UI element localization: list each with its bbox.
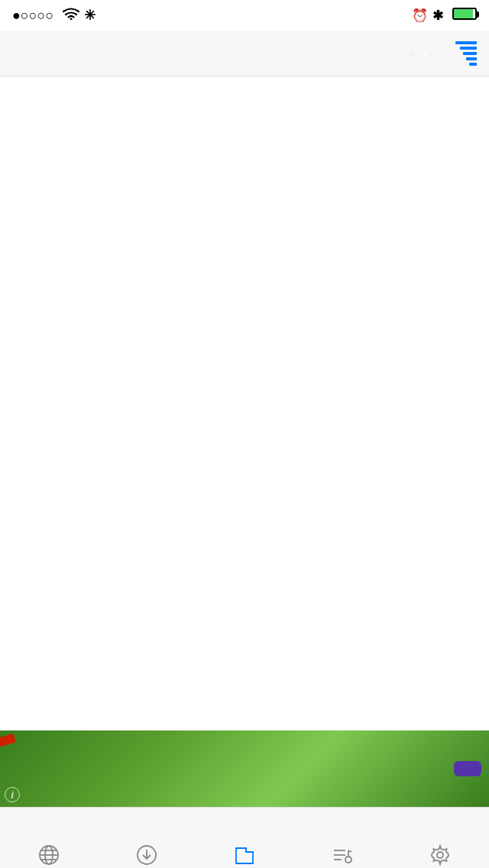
tab-browser[interactable] <box>11 842 87 868</box>
settings-icon <box>427 842 453 868</box>
tab-bar <box>0 807 489 868</box>
tab-settings[interactable] <box>402 842 478 868</box>
svg-point-14 <box>437 852 443 858</box>
tab-downloads[interactable] <box>108 842 185 868</box>
ad-free-right <box>454 761 481 776</box>
battery-icon <box>452 8 477 24</box>
sort-button[interactable] <box>411 52 414 55</box>
signal-dots: ●○○○○ <box>12 8 53 24</box>
playlists-icon <box>329 842 355 868</box>
edit-button[interactable] <box>429 52 432 55</box>
activity-icon: ✳ <box>84 7 96 24</box>
ad-banner[interactable]: i <box>0 730 489 807</box>
alarm-icon: ⏰ <box>412 8 428 24</box>
downloads-icon <box>134 842 160 868</box>
nav-bar <box>0 31 489 76</box>
status-right: ⏰ ✱ <box>412 8 477 24</box>
bluetooth-icon: ✱ <box>432 8 443 24</box>
bars-icon <box>455 41 477 66</box>
browser-icon <box>36 842 62 868</box>
status-bar: ●○○○○ ✳ ⏰ ✱ <box>0 0 489 31</box>
files-icon <box>232 842 257 868</box>
ad-info-icon: i <box>5 787 20 802</box>
svg-point-0 <box>70 18 73 20</box>
svg-point-11 <box>345 857 351 863</box>
file-list <box>0 76 489 730</box>
tab-files[interactable] <box>206 842 283 868</box>
tab-playlists[interactable] <box>304 842 381 868</box>
status-left: ●○○○○ ✳ <box>12 7 96 24</box>
ad-free-left <box>0 734 16 748</box>
wifi-icon <box>63 8 79 24</box>
